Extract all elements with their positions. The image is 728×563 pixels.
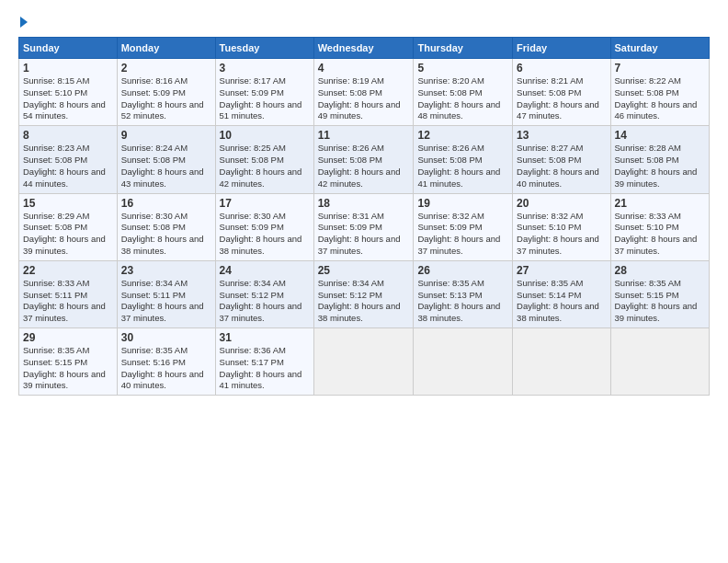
calendar-cell: 18 Sunrise: 8:31 AMSunset: 5:09 PMDaylig… bbox=[313, 193, 414, 260]
calendar-cell: 24 Sunrise: 8:34 AMSunset: 5:12 PMDaylig… bbox=[215, 260, 313, 327]
day-info: Sunrise: 8:16 AMSunset: 5:09 PMDaylight:… bbox=[121, 75, 204, 121]
calendar-cell bbox=[610, 328, 709, 396]
day-number: 26 bbox=[417, 264, 508, 277]
day-info: Sunrise: 8:36 AMSunset: 5:17 PMDaylight:… bbox=[220, 345, 302, 390]
logo bbox=[18, 17, 28, 28]
day-number: 11 bbox=[318, 129, 410, 142]
calendar-cell: 9 Sunrise: 8:24 AMSunset: 5:08 PMDayligh… bbox=[117, 126, 215, 193]
weekday-header-sunday: Sunday bbox=[19, 38, 118, 59]
calendar-cell bbox=[313, 328, 414, 396]
day-info: Sunrise: 8:25 AMSunset: 5:08 PMDaylight:… bbox=[220, 143, 302, 188]
day-info: Sunrise: 8:15 AMSunset: 5:10 PMDaylight:… bbox=[23, 75, 106, 121]
calendar-cell: 31 Sunrise: 8:36 AMSunset: 5:17 PMDaylig… bbox=[215, 328, 313, 396]
calendar-cell: 25 Sunrise: 8:34 AMSunset: 5:12 PMDaylig… bbox=[313, 260, 414, 327]
day-info: Sunrise: 8:33 AMSunset: 5:11 PMDaylight:… bbox=[23, 278, 106, 323]
calendar-cell: 7 Sunrise: 8:22 AMSunset: 5:08 PMDayligh… bbox=[610, 59, 709, 126]
calendar-cell: 26 Sunrise: 8:35 AMSunset: 5:13 PMDaylig… bbox=[414, 260, 513, 327]
day-info: Sunrise: 8:33 AMSunset: 5:10 PMDaylight:… bbox=[615, 211, 698, 256]
day-info: Sunrise: 8:34 AMSunset: 5:12 PMDaylight:… bbox=[318, 278, 401, 323]
day-info: Sunrise: 8:24 AMSunset: 5:08 PMDaylight:… bbox=[121, 143, 204, 188]
day-number: 19 bbox=[417, 197, 508, 210]
day-info: Sunrise: 8:21 AMSunset: 5:08 PMDaylight:… bbox=[517, 75, 599, 121]
weekday-header-wednesday: Wednesday bbox=[313, 38, 414, 59]
day-info: Sunrise: 8:35 AMSunset: 5:15 PMDaylight:… bbox=[23, 345, 106, 390]
weekday-header-saturday: Saturday bbox=[610, 38, 709, 59]
day-number: 25 bbox=[318, 264, 410, 277]
day-info: Sunrise: 8:19 AMSunset: 5:08 PMDaylight:… bbox=[318, 75, 401, 121]
calendar-cell: 13 Sunrise: 8:27 AMSunset: 5:08 PMDaylig… bbox=[513, 126, 610, 193]
calendar-cell: 19 Sunrise: 8:32 AMSunset: 5:09 PMDaylig… bbox=[414, 193, 513, 260]
calendar-cell: 15 Sunrise: 8:29 AMSunset: 5:08 PMDaylig… bbox=[19, 193, 118, 260]
day-info: Sunrise: 8:30 AMSunset: 5:08 PMDaylight:… bbox=[121, 211, 204, 256]
day-number: 21 bbox=[615, 197, 705, 210]
calendar-table: SundayMondayTuesdayWednesdayThursdayFrid… bbox=[18, 37, 710, 396]
day-info: Sunrise: 8:35 AMSunset: 5:14 PMDaylight:… bbox=[517, 278, 599, 323]
calendar-cell: 11 Sunrise: 8:26 AMSunset: 5:08 PMDaylig… bbox=[313, 126, 414, 193]
calendar-cell: 1 Sunrise: 8:15 AMSunset: 5:10 PMDayligh… bbox=[19, 59, 118, 126]
day-number: 28 bbox=[615, 264, 705, 277]
calendar-cell bbox=[414, 328, 513, 396]
calendar-week-3: 15 Sunrise: 8:29 AMSunset: 5:08 PMDaylig… bbox=[19, 193, 710, 260]
day-number: 24 bbox=[220, 264, 310, 277]
day-info: Sunrise: 8:26 AMSunset: 5:08 PMDaylight:… bbox=[318, 143, 401, 188]
day-info: Sunrise: 8:20 AMSunset: 5:08 PMDaylight:… bbox=[417, 75, 500, 121]
day-number: 2 bbox=[121, 62, 211, 75]
day-number: 7 bbox=[615, 62, 705, 75]
calendar-week-1: 1 Sunrise: 8:15 AMSunset: 5:10 PMDayligh… bbox=[19, 59, 710, 126]
day-info: Sunrise: 8:32 AMSunset: 5:10 PMDaylight:… bbox=[517, 211, 599, 256]
calendar-cell: 29 Sunrise: 8:35 AMSunset: 5:15 PMDaylig… bbox=[19, 328, 118, 396]
day-info: Sunrise: 8:22 AMSunset: 5:08 PMDaylight:… bbox=[615, 75, 698, 121]
day-number: 9 bbox=[121, 129, 211, 142]
day-number: 14 bbox=[615, 129, 705, 142]
day-number: 31 bbox=[220, 331, 310, 344]
calendar-cell bbox=[513, 328, 610, 396]
weekday-header-friday: Friday bbox=[513, 38, 610, 59]
day-number: 13 bbox=[517, 129, 606, 142]
day-number: 16 bbox=[121, 197, 211, 210]
day-info: Sunrise: 8:32 AMSunset: 5:09 PMDaylight:… bbox=[417, 211, 500, 256]
calendar-cell: 8 Sunrise: 8:23 AMSunset: 5:08 PMDayligh… bbox=[19, 126, 118, 193]
day-number: 1 bbox=[23, 62, 113, 75]
calendar-cell: 10 Sunrise: 8:25 AMSunset: 5:08 PMDaylig… bbox=[215, 126, 313, 193]
calendar-cell: 12 Sunrise: 8:26 AMSunset: 5:08 PMDaylig… bbox=[414, 126, 513, 193]
calendar-cell: 22 Sunrise: 8:33 AMSunset: 5:11 PMDaylig… bbox=[19, 260, 118, 327]
day-info: Sunrise: 8:31 AMSunset: 5:09 PMDaylight:… bbox=[318, 211, 401, 256]
day-info: Sunrise: 8:28 AMSunset: 5:08 PMDaylight:… bbox=[615, 143, 698, 188]
day-info: Sunrise: 8:35 AMSunset: 5:16 PMDaylight:… bbox=[121, 345, 204, 390]
day-info: Sunrise: 8:30 AMSunset: 5:09 PMDaylight:… bbox=[220, 211, 302, 256]
day-number: 15 bbox=[23, 197, 113, 210]
calendar-cell: 6 Sunrise: 8:21 AMSunset: 5:08 PMDayligh… bbox=[513, 59, 610, 126]
day-number: 18 bbox=[318, 197, 410, 210]
calendar-cell: 21 Sunrise: 8:33 AMSunset: 5:10 PMDaylig… bbox=[610, 193, 709, 260]
calendar-cell: 30 Sunrise: 8:35 AMSunset: 5:16 PMDaylig… bbox=[117, 328, 215, 396]
day-number: 8 bbox=[23, 129, 113, 142]
day-number: 23 bbox=[121, 264, 211, 277]
calendar-cell: 23 Sunrise: 8:34 AMSunset: 5:11 PMDaylig… bbox=[117, 260, 215, 327]
day-info: Sunrise: 8:23 AMSunset: 5:08 PMDaylight:… bbox=[23, 143, 106, 188]
calendar-cell: 16 Sunrise: 8:30 AMSunset: 5:08 PMDaylig… bbox=[117, 193, 215, 260]
calendar-week-2: 8 Sunrise: 8:23 AMSunset: 5:08 PMDayligh… bbox=[19, 126, 710, 193]
day-info: Sunrise: 8:26 AMSunset: 5:08 PMDaylight:… bbox=[417, 143, 500, 188]
day-number: 17 bbox=[220, 197, 310, 210]
day-number: 5 bbox=[417, 62, 508, 75]
day-number: 27 bbox=[517, 264, 606, 277]
calendar-cell: 2 Sunrise: 8:16 AMSunset: 5:09 PMDayligh… bbox=[117, 59, 215, 126]
calendar-week-5: 29 Sunrise: 8:35 AMSunset: 5:15 PMDaylig… bbox=[19, 328, 710, 396]
calendar-week-4: 22 Sunrise: 8:33 AMSunset: 5:11 PMDaylig… bbox=[19, 260, 710, 327]
calendar-cell: 20 Sunrise: 8:32 AMSunset: 5:10 PMDaylig… bbox=[513, 193, 610, 260]
calendar-cell: 28 Sunrise: 8:35 AMSunset: 5:15 PMDaylig… bbox=[610, 260, 709, 327]
day-info: Sunrise: 8:27 AMSunset: 5:08 PMDaylight:… bbox=[517, 143, 599, 188]
day-number: 4 bbox=[318, 62, 410, 75]
weekday-header-tuesday: Tuesday bbox=[215, 38, 313, 59]
day-number: 10 bbox=[220, 129, 310, 142]
calendar-cell: 3 Sunrise: 8:17 AMSunset: 5:09 PMDayligh… bbox=[215, 59, 313, 126]
calendar-cell: 17 Sunrise: 8:30 AMSunset: 5:09 PMDaylig… bbox=[215, 193, 313, 260]
day-number: 20 bbox=[517, 197, 606, 210]
calendar-cell: 5 Sunrise: 8:20 AMSunset: 5:08 PMDayligh… bbox=[414, 59, 513, 126]
calendar-cell: 27 Sunrise: 8:35 AMSunset: 5:14 PMDaylig… bbox=[513, 260, 610, 327]
page: SundayMondayTuesdayWednesdayThursdayFrid… bbox=[0, 0, 728, 405]
calendar-cell: 4 Sunrise: 8:19 AMSunset: 5:08 PMDayligh… bbox=[313, 59, 414, 126]
day-info: Sunrise: 8:35 AMSunset: 5:15 PMDaylight:… bbox=[615, 278, 698, 323]
day-info: Sunrise: 8:34 AMSunset: 5:11 PMDaylight:… bbox=[121, 278, 204, 323]
day-info: Sunrise: 8:17 AMSunset: 5:09 PMDaylight:… bbox=[220, 75, 302, 121]
